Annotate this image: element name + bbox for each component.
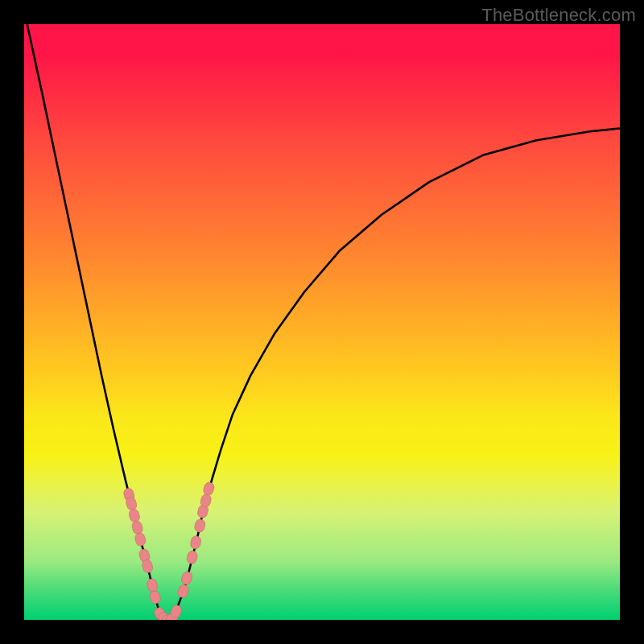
svg-rect-8 — [149, 590, 162, 605]
svg-rect-15 — [180, 571, 193, 586]
chart-frame: TheBottleneck.com — [0, 0, 644, 644]
plot-area — [24, 24, 620, 620]
marker — [189, 535, 201, 550]
marker — [180, 571, 193, 586]
chart-svg — [24, 24, 620, 620]
svg-rect-7 — [146, 578, 159, 593]
marker — [128, 508, 141, 522]
marker — [146, 578, 159, 593]
marker — [176, 584, 189, 599]
marker — [149, 590, 162, 605]
svg-rect-21 — [202, 481, 215, 497]
svg-rect-4 — [134, 532, 147, 547]
svg-rect-18 — [194, 518, 207, 533]
svg-rect-2 — [128, 508, 141, 522]
marker — [186, 550, 199, 564]
svg-rect-14 — [176, 584, 189, 599]
marker — [194, 518, 207, 533]
svg-rect-16 — [186, 550, 199, 564]
bottleneck-curve — [27, 24, 620, 620]
svg-rect-3 — [131, 520, 144, 535]
marker — [202, 481, 215, 497]
marker — [134, 532, 147, 547]
svg-rect-17 — [189, 535, 201, 550]
marker — [131, 520, 144, 535]
curve-markers — [123, 481, 216, 620]
watermark-text: TheBottleneck.com — [481, 5, 636, 26]
